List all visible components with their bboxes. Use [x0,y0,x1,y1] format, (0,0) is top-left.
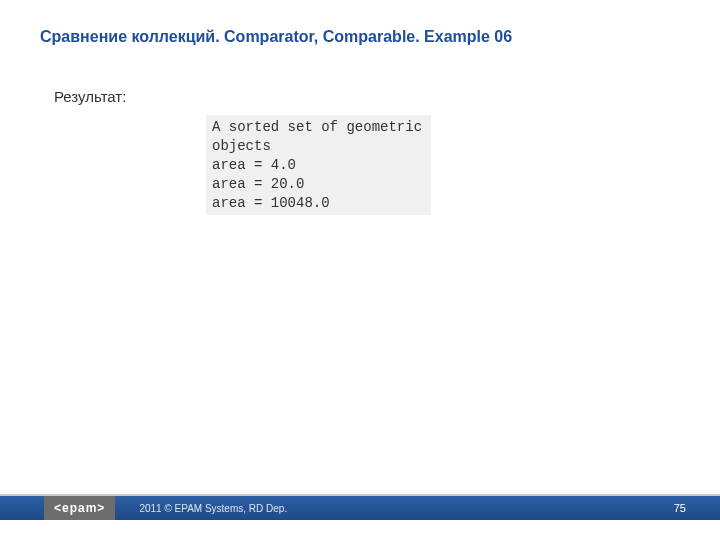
slide-title: Сравнение коллекций. Comparator, Compara… [0,0,720,46]
result-label: Результат: [0,46,720,105]
epam-logo: <epam> [44,496,115,520]
code-output: A sorted set of geometric objects area =… [206,115,431,215]
slide: Сравнение коллекций. Comparator, Compara… [0,0,720,540]
copyright-text: 2011 © EPAM Systems, RD Dep. [139,503,673,514]
footer-bar: <epam> 2011 © EPAM Systems, RD Dep. 75 [0,496,720,520]
page-number: 75 [674,502,720,514]
